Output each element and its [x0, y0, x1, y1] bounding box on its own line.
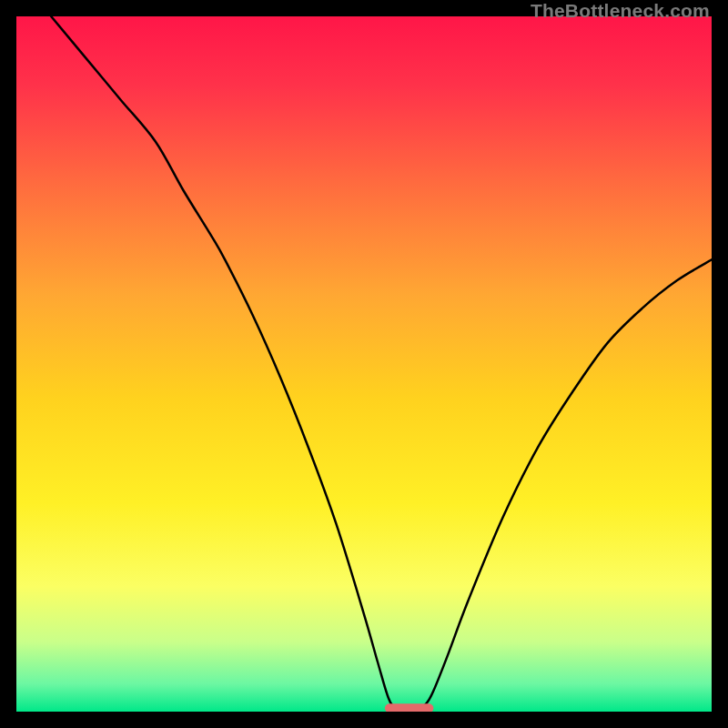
- bottleneck-chart: [16, 16, 712, 712]
- chart-frame: TheBottleneck.com: [0, 0, 728, 728]
- watermark-text: TheBottleneck.com: [531, 0, 710, 22]
- chart-background: [16, 16, 712, 712]
- optimal-marker: [385, 703, 433, 712]
